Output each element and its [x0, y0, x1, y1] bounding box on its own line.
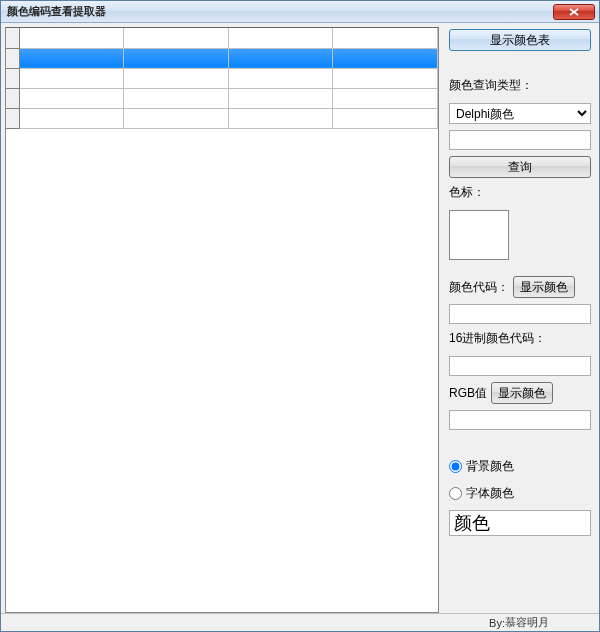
- hex-code-label: 16进制颜色代码：: [449, 330, 591, 347]
- font-color-radio-row[interactable]: 字体颜色: [449, 485, 591, 502]
- grid-cell[interactable]: [124, 108, 229, 128]
- row-header-cell: [6, 88, 19, 108]
- bg-color-radio-label: 背景颜色: [466, 458, 514, 475]
- grid-cell[interactable]: [124, 88, 229, 108]
- table-row[interactable]: [6, 68, 438, 88]
- left-pane: [1, 23, 443, 613]
- rgb-input[interactable]: [449, 410, 591, 430]
- grid-table: [6, 28, 438, 129]
- grid-cell[interactable]: [333, 88, 438, 108]
- hex-code-input[interactable]: [449, 356, 591, 376]
- query-value-input[interactable]: [449, 130, 591, 150]
- titlebar: 颜色编码查看提取器: [1, 1, 599, 23]
- font-color-radio-label: 字体颜色: [466, 485, 514, 502]
- grid-cell[interactable]: [333, 28, 438, 48]
- table-row[interactable]: [6, 28, 438, 48]
- query-type-label: 颜色查询类型：: [449, 77, 591, 94]
- grid-cell[interactable]: [19, 68, 124, 88]
- row-header-cell: [6, 28, 19, 48]
- grid-cell[interactable]: [228, 48, 333, 68]
- table-row[interactable]: [6, 48, 438, 68]
- bg-color-radio-row[interactable]: 背景颜色: [449, 458, 591, 475]
- author-name: 慕容明月: [505, 615, 549, 630]
- color-code-input[interactable]: [449, 304, 591, 324]
- swatch-label: 色标：: [449, 184, 591, 201]
- bg-color-radio[interactable]: [449, 460, 462, 473]
- window-title: 颜色编码查看提取器: [7, 4, 106, 19]
- grid-cell[interactable]: [333, 48, 438, 68]
- grid-cell[interactable]: [124, 28, 229, 48]
- grid-cell[interactable]: [19, 88, 124, 108]
- table-row[interactable]: [6, 108, 438, 128]
- close-icon: [569, 8, 579, 16]
- grid-cell[interactable]: [333, 68, 438, 88]
- grid-cell[interactable]: [124, 48, 229, 68]
- row-header-cell: [6, 68, 19, 88]
- grid-cell[interactable]: [19, 108, 124, 128]
- rgb-label: RGB值: [449, 385, 487, 402]
- show-color-table-button[interactable]: 显示颜色表: [449, 29, 591, 51]
- author-prefix: By:: [489, 617, 505, 629]
- color-swatch: [449, 210, 509, 260]
- app-window: 颜色编码查看提取器 显示颜色表 颜: [0, 0, 600, 632]
- grid-cell[interactable]: [228, 68, 333, 88]
- show-color-button-1[interactable]: 显示颜色: [513, 276, 575, 298]
- statusbar: By:慕容明月: [1, 613, 599, 631]
- font-color-radio[interactable]: [449, 487, 462, 500]
- grid-cell[interactable]: [228, 28, 333, 48]
- grid-cell[interactable]: [333, 108, 438, 128]
- row-header-cell: [6, 108, 19, 128]
- sidebar: 显示颜色表 颜色查询类型： Delphi颜色 查询 色标： 颜色代码： 显示颜色…: [443, 23, 599, 613]
- window-body: 显示颜色表 颜色查询类型： Delphi颜色 查询 色标： 颜色代码： 显示颜色…: [1, 23, 599, 613]
- grid-cell[interactable]: [19, 28, 124, 48]
- row-header-cell: [6, 48, 19, 68]
- close-button[interactable]: [553, 4, 595, 20]
- show-color-button-2[interactable]: 显示颜色: [491, 382, 553, 404]
- grid-cell[interactable]: [124, 68, 229, 88]
- query-type-select[interactable]: Delphi颜色: [449, 103, 591, 124]
- color-grid[interactable]: [5, 27, 439, 613]
- preview-text-box: 颜色: [449, 510, 591, 536]
- grid-cell[interactable]: [228, 108, 333, 128]
- grid-cell[interactable]: [228, 88, 333, 108]
- table-row[interactable]: [6, 88, 438, 108]
- query-button[interactable]: 查询: [449, 156, 591, 178]
- grid-cell[interactable]: [19, 48, 124, 68]
- color-code-label: 颜色代码：: [449, 279, 509, 296]
